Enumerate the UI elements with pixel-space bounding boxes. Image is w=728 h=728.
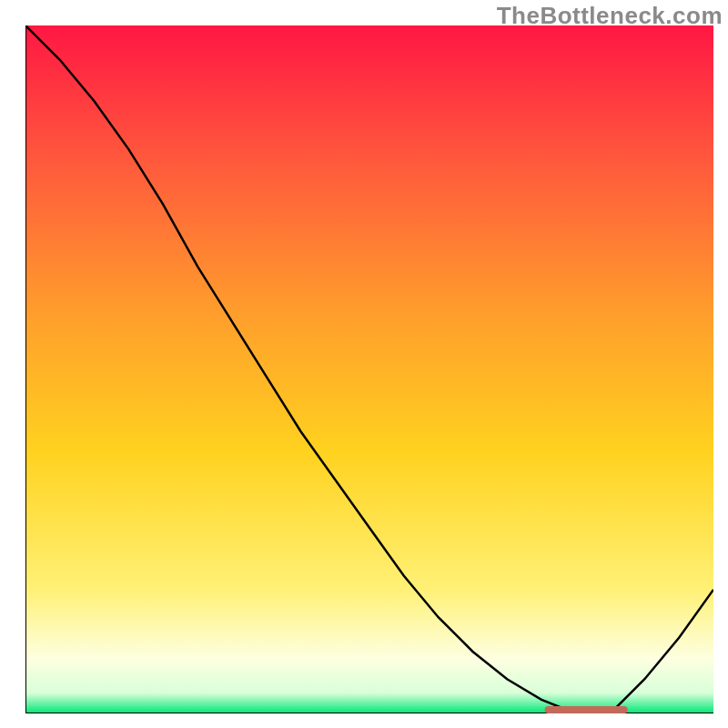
plot-background: [25, 25, 713, 713]
chart: [25, 25, 713, 713]
chart-svg: [25, 25, 713, 713]
